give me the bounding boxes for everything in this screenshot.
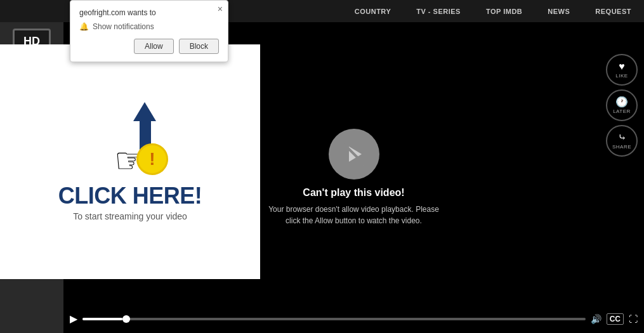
progress-fill	[82, 318, 122, 320]
progress-bar[interactable]	[82, 318, 586, 320]
side-actions: ♥ LIKE 🕐 LATER ⤷ SHARE	[606, 54, 638, 157]
share-button[interactable]: ⤷ SHARE	[606, 125, 638, 157]
cant-play-message: Can't play this video! Your browser does…	[265, 129, 443, 226]
cc-button[interactable]: CC	[607, 313, 624, 325]
share-label: SHARE	[612, 144, 631, 150]
block-button[interactable]: Block	[179, 39, 219, 54]
later-button[interactable]: 🕐 LATER	[606, 89, 638, 121]
clock-icon: 🕐	[615, 97, 628, 107]
nav-item-tv-series[interactable]: TV - SERIES	[416, 8, 461, 15]
fullscreen-button[interactable]: ⛶	[629, 314, 638, 324]
share-icon: ⤷	[618, 133, 626, 143]
bell-icon: 🔔	[79, 22, 89, 31]
allow-button[interactable]: Allow	[134, 39, 174, 54]
later-label: LATER	[613, 108, 631, 114]
nav-item-top-imdb[interactable]: TOP IMDB	[486, 8, 522, 15]
warning-symbol: !	[149, 149, 155, 169]
popup-domain-text: geofright.com wants to	[79, 8, 156, 17]
click-here-overlay[interactable]: ☞ ! CLICK HERE! To start streaming your …	[0, 44, 260, 279]
video-controls: ▶ 🔊 CC ⛶	[63, 304, 644, 333]
heart-icon: ♥	[619, 62, 625, 72]
nav-item-country[interactable]: COUNTRY	[355, 8, 391, 15]
click-here-title[interactable]: CLICK HERE!	[58, 185, 202, 207]
notification-popup: × geofright.com wants to 🔔 Show notifica…	[70, 0, 228, 62]
popup-close-button[interactable]: ×	[218, 4, 223, 13]
popup-notification-row: 🔔 Show notifications	[79, 22, 219, 31]
no-play-icon	[341, 141, 367, 167]
progress-thumb	[122, 315, 130, 323]
cant-play-desc: Your browser doesn't allow video playbac…	[265, 204, 443, 226]
popup-notification-label: Show notifications	[93, 22, 154, 31]
main-content: HD HD Streaming · 720p · Unlimited Downl…	[0, 22, 644, 333]
click-here-graphic: ☞ !	[79, 102, 181, 178]
cant-play-icon-circle	[329, 129, 379, 180]
volume-button[interactable]: 🔊	[591, 314, 601, 324]
arrow-up-icon	[133, 102, 156, 121]
like-label: LIKE	[615, 73, 628, 79]
nav-item-news[interactable]: NEWS	[548, 8, 570, 15]
play-button[interactable]: ▶	[70, 313, 77, 325]
like-button[interactable]: ♥ LIKE	[606, 54, 638, 86]
warning-badge: !	[136, 143, 168, 175]
popup-buttons: Allow Block	[79, 39, 219, 54]
popup-domain: geofright.com wants to	[79, 8, 219, 17]
cant-play-title: Can't play this video!	[265, 187, 443, 199]
nav-item-request[interactable]: REQUEST	[595, 8, 631, 15]
click-here-subtitle: To start streaming your video	[73, 211, 187, 221]
